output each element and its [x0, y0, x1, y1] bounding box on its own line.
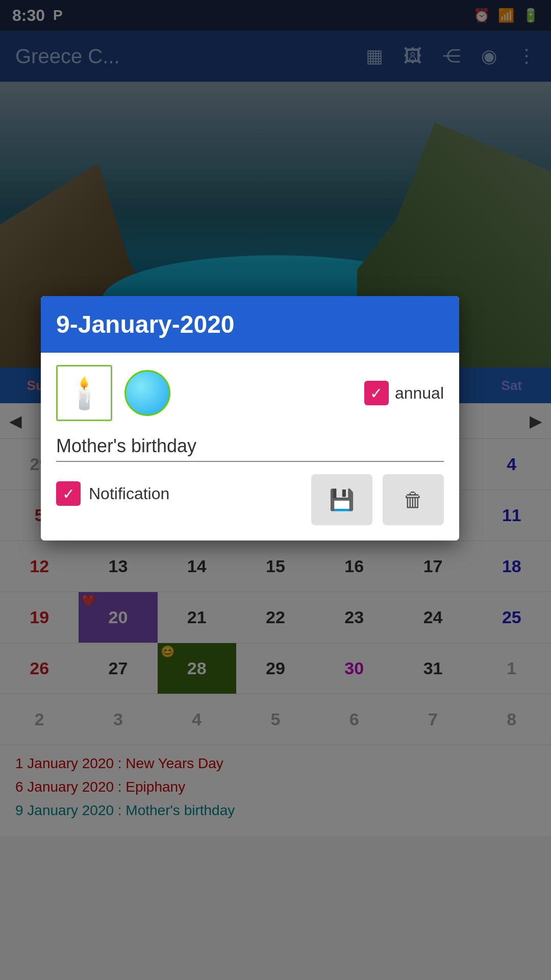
- notification-checkbox[interactable]: ✓: [56, 481, 81, 506]
- annual-checkbox[interactable]: ✓: [364, 381, 389, 405]
- color-picker-circle[interactable]: [124, 370, 170, 416]
- save-icon: 💾: [329, 488, 355, 512]
- event-modal: 9-January-2020 🕯️ ✓ annual ✓ Notificatio…: [41, 296, 459, 541]
- birthday-candles-icon[interactable]: 🕯️: [56, 365, 112, 421]
- icon-row: 🕯️ ✓ annual: [56, 365, 444, 421]
- delete-button[interactable]: 🗑: [383, 474, 444, 525]
- event-name-row: [56, 431, 444, 462]
- action-buttons: 💾 🗑: [311, 474, 444, 525]
- save-button[interactable]: 💾: [311, 474, 372, 525]
- annual-section: ✓ annual: [364, 381, 444, 405]
- notification-row: ✓ Notification: [56, 481, 169, 506]
- modal-header: 9-January-2020: [41, 296, 459, 353]
- modal-date: 9-January-2020: [56, 310, 444, 338]
- notification-label: Notification: [89, 484, 169, 503]
- trash-icon: 🗑: [403, 488, 423, 511]
- event-name-input[interactable]: [56, 431, 444, 462]
- modal-body: 🕯️ ✓ annual ✓ Notification 💾 🗑: [41, 353, 459, 541]
- annual-label: annual: [395, 384, 444, 403]
